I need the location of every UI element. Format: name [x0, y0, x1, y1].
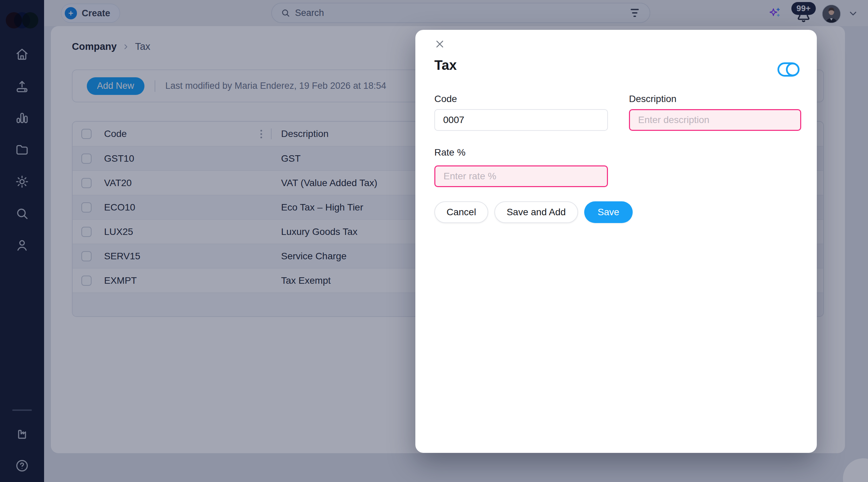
- rate-label: Rate %: [434, 147, 466, 158]
- tax-edit-modal: Tax Code Description Rate % Cancel Save …: [415, 30, 817, 453]
- cancel-button[interactable]: Cancel: [434, 201, 488, 223]
- app-window: Create Search 99+ Company Tax Add New: [0, 0, 868, 482]
- rate-input[interactable]: [434, 165, 608, 187]
- save-button[interactable]: Save: [584, 201, 633, 223]
- active-toggle[interactable]: [777, 62, 799, 77]
- modal-title: Tax: [434, 58, 457, 73]
- description-label: Description: [629, 94, 676, 104]
- code-label: Code: [434, 94, 457, 104]
- description-input[interactable]: [629, 109, 801, 131]
- close-icon: [435, 39, 445, 49]
- save-and-add-button[interactable]: Save and Add: [494, 201, 578, 223]
- modal-button-row: Cancel Save and Add Save: [434, 201, 633, 223]
- code-input[interactable]: [434, 109, 608, 131]
- close-button[interactable]: [432, 37, 447, 52]
- toggle-knob: [786, 63, 800, 76]
